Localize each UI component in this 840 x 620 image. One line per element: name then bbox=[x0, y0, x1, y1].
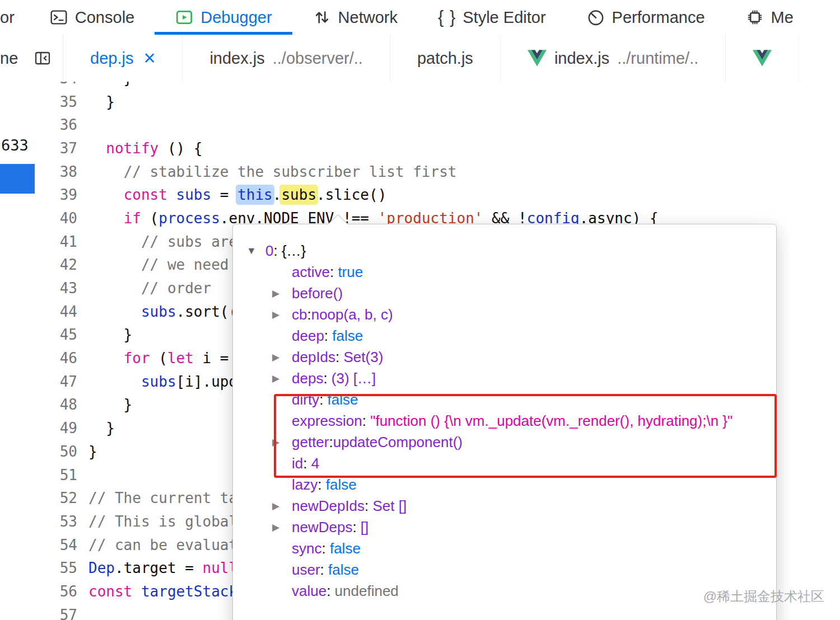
code-text: } bbox=[88, 93, 115, 110]
file-tab-cutoff-4[interactable] bbox=[726, 35, 799, 82]
file-tab-patch-js[interactable]: patch.js bbox=[390, 35, 501, 82]
property-value: "function () {\n vm._update(vm._render()… bbox=[370, 412, 732, 429]
property-value: false bbox=[330, 540, 361, 557]
code-text: Dep.target = null bbox=[88, 560, 237, 576]
close-icon[interactable]: × bbox=[143, 48, 155, 68]
property-value: false bbox=[332, 327, 363, 344]
property-value: false bbox=[326, 476, 357, 493]
property-separator: : bbox=[365, 497, 372, 514]
line-number[interactable]: 43 bbox=[35, 280, 86, 297]
object-header[interactable]: ▼0: {…} bbox=[233, 240, 776, 261]
file-tab-name: index.js bbox=[554, 49, 609, 68]
panel-tab-me[interactable]: Me bbox=[725, 0, 814, 35]
performance-icon bbox=[586, 8, 605, 27]
line-number[interactable]: 53 bbox=[35, 513, 86, 530]
property-row-lazy: lazy: false bbox=[233, 474, 776, 495]
code-text: } bbox=[88, 443, 97, 460]
line-number[interactable]: 55 bbox=[35, 560, 86, 576]
code-line-38[interactable]: 38 // stabilize the subscriber list firs… bbox=[35, 160, 840, 184]
line-number[interactable]: 49 bbox=[35, 420, 86, 436]
property-row-deps[interactable]: ▶deps: (3) […] bbox=[233, 368, 776, 389]
pane-toggle-icon bbox=[34, 49, 52, 67]
inspector-tab-fragment[interactable]: or bbox=[0, 8, 15, 27]
source-pane-fragment: ne bbox=[0, 49, 22, 68]
property-separator: : bbox=[320, 561, 328, 578]
property-value: false bbox=[328, 391, 358, 408]
property-value: false bbox=[328, 561, 359, 578]
property-row-depIds[interactable]: ▶depIds: Set(3) bbox=[233, 346, 776, 368]
line-number[interactable]: 57 bbox=[35, 607, 86, 620]
expand-arrow-icon[interactable]: ▶ bbox=[272, 304, 279, 326]
object-index: 0 bbox=[265, 242, 273, 259]
popup-body: ▼0: {…} active: true▶before()▶cb:noop(a,… bbox=[233, 224, 776, 602]
collapse-arrow-icon[interactable]: ▼ bbox=[246, 240, 256, 261]
code-line-37[interactable]: 37 notify () { bbox=[35, 137, 840, 160]
property-separator: : bbox=[330, 264, 338, 280]
property-name: newDepIds bbox=[292, 497, 365, 514]
code-line-39[interactable]: 39 const subs = this.subs.slice() bbox=[35, 183, 840, 206]
line-number[interactable]: 39 bbox=[35, 186, 86, 203]
panel-tab-performance[interactable]: Performance bbox=[566, 0, 725, 35]
expand-arrow-icon[interactable]: ▶ bbox=[272, 432, 279, 453]
property-row-value: value: undefined bbox=[233, 580, 776, 602]
property-row-cb[interactable]: ▶cb:noop(a, b, c) bbox=[233, 304, 776, 325]
property-value: Set(3) bbox=[344, 349, 384, 365]
panel-tab-style-editor[interactable]: { }Style Editor bbox=[418, 0, 566, 35]
panel-tab-label: Me bbox=[771, 8, 794, 27]
file-tab-dep-js[interactable]: dep.js× bbox=[63, 35, 183, 82]
left-pane-selected-row[interactable] bbox=[0, 164, 35, 194]
line-number[interactable]: 56 bbox=[35, 583, 86, 600]
property-row-newDeps[interactable]: ▶newDeps: [] bbox=[233, 516, 776, 538]
line-number[interactable]: 35 bbox=[35, 93, 86, 110]
property-name: deps bbox=[292, 370, 323, 387]
line-number[interactable]: 52 bbox=[35, 490, 86, 506]
code-line-35[interactable]: 35 } bbox=[35, 90, 840, 114]
file-tabs: dep.js×index.js../observer/..patch.jsind… bbox=[63, 35, 840, 82]
expand-arrow-icon[interactable]: ▶ bbox=[272, 347, 279, 368]
line-number[interactable]: 45 bbox=[35, 326, 86, 343]
expand-arrow-icon[interactable]: ▶ bbox=[272, 517, 279, 538]
object-separator: : bbox=[273, 242, 281, 259]
property-name: user bbox=[292, 561, 320, 578]
property-separator: : bbox=[329, 434, 333, 450]
expand-arrow-icon[interactable]: ▶ bbox=[272, 283, 279, 304]
expand-arrow-icon[interactable]: ▶ bbox=[272, 368, 279, 389]
panel-tab-console[interactable]: Console bbox=[29, 0, 155, 35]
devtools-window: or ConsoleDebuggerNetwork{ }Style Editor… bbox=[0, 0, 840, 620]
toggle-sources-pane-button[interactable] bbox=[22, 35, 63, 82]
expand-arrow-icon[interactable]: ▶ bbox=[272, 496, 279, 517]
line-number[interactable]: 47 bbox=[35, 373, 86, 390]
variable-preview-popup: ▼0: {…} active: true▶before()▶cb:noop(a,… bbox=[232, 224, 777, 620]
line-number[interactable]: 42 bbox=[35, 256, 86, 273]
line-number[interactable]: 34 bbox=[35, 82, 86, 87]
file-tab-index-js[interactable]: index.js../runtime/.. bbox=[501, 35, 726, 82]
line-number[interactable]: 51 bbox=[35, 467, 86, 483]
code-line-36[interactable]: 36 bbox=[35, 113, 840, 137]
source-tabs-bar: ne dep.js×index.js../observer/..patch.js… bbox=[0, 35, 840, 82]
panel-tab-label: Console bbox=[75, 8, 134, 27]
panel-tab-debugger[interactable]: Debugger bbox=[155, 0, 292, 35]
property-row-getter[interactable]: ▶getter:updateComponent() bbox=[233, 431, 776, 453]
line-number[interactable]: 54 bbox=[35, 537, 86, 553]
line-number[interactable]: 46 bbox=[35, 350, 86, 367]
line-number[interactable]: 44 bbox=[35, 303, 86, 320]
panel-tab-label: Network bbox=[338, 8, 398, 27]
line-number[interactable]: 38 bbox=[35, 163, 86, 180]
property-name: cb bbox=[292, 306, 307, 323]
line-number[interactable]: 36 bbox=[35, 116, 86, 133]
file-tab-index-js[interactable]: index.js../observer/.. bbox=[183, 35, 390, 82]
property-row-before[interactable]: ▶before() bbox=[233, 283, 776, 304]
line-number[interactable]: 48 bbox=[35, 396, 86, 413]
property-value: true bbox=[338, 264, 363, 280]
line-number[interactable]: 50 bbox=[35, 443, 86, 460]
property-row-newDepIds[interactable]: ▶newDepIds: Set [] bbox=[233, 495, 776, 516]
panel-tab-network[interactable]: Network bbox=[292, 0, 418, 35]
file-tab-path: ../runtime/.. bbox=[617, 49, 698, 68]
property-value: (3) […] bbox=[332, 370, 376, 387]
code-line-34[interactable]: 34 } bbox=[35, 82, 840, 90]
line-number[interactable]: 41 bbox=[35, 233, 86, 250]
line-number[interactable]: 40 bbox=[35, 210, 86, 227]
property-value: [] bbox=[361, 519, 368, 536]
property-name: lazy bbox=[292, 476, 318, 493]
line-number[interactable]: 37 bbox=[35, 140, 86, 157]
